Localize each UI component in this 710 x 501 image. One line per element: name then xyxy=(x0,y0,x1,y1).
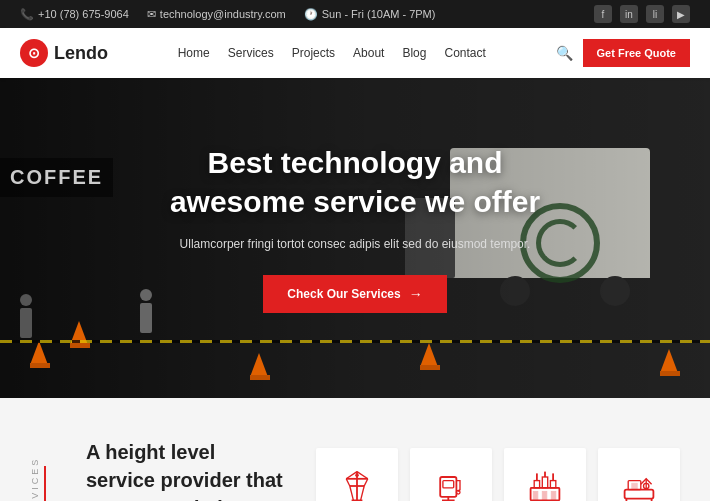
svg-rect-20 xyxy=(534,481,539,488)
svg-line-7 xyxy=(350,486,354,500)
cta-button-text: Check Our Services xyxy=(287,287,400,301)
services-label: SERVICES xyxy=(30,466,46,501)
svg-line-8 xyxy=(361,486,365,500)
svg-rect-32 xyxy=(632,483,637,489)
person-1 xyxy=(20,294,32,338)
machinery-icon xyxy=(621,468,657,501)
logo[interactable]: ⊙ Lendo xyxy=(20,39,108,67)
navbar: ⊙ Lendo Home Services Projects About Blo… xyxy=(0,28,710,78)
coffee-sign: COFFEE xyxy=(0,158,113,197)
services-cards: Power and Energ Power and Energ xyxy=(316,438,680,501)
nav-right: 🔍 Get Free Quote xyxy=(556,39,690,67)
clock-icon: 🕐 xyxy=(304,8,318,21)
traffic-cone-1 xyxy=(30,341,50,368)
email-info: ✉ technology@industry.com xyxy=(147,8,286,21)
logo-text: Lendo xyxy=(54,43,108,64)
svg-rect-27 xyxy=(625,490,654,499)
svg-rect-22 xyxy=(550,481,555,488)
svg-point-15 xyxy=(456,491,460,495)
hours-info: 🕐 Sun - Fri (10AM - 7PM) xyxy=(304,8,436,21)
traffic-cone-2 xyxy=(70,321,90,348)
traffic-cone-4 xyxy=(660,349,680,376)
social-links[interactable]: f in li ▶ xyxy=(594,5,690,23)
caution-tape xyxy=(0,340,710,343)
services-intro: A height level service provider that rec… xyxy=(86,438,286,501)
svg-point-10 xyxy=(355,473,359,477)
fuel-pump-icon xyxy=(433,468,469,501)
phone-info: 📞 +10 (78) 675-9064 xyxy=(20,8,129,21)
phone-icon: 📞 xyxy=(20,8,34,21)
hero-subtitle: Ullamcorper fringi tortot consec adipis … xyxy=(170,235,540,253)
nav-blog[interactable]: Blog xyxy=(402,46,426,60)
service-icon-3 xyxy=(525,466,565,501)
svg-rect-19 xyxy=(551,491,556,500)
svg-rect-25 xyxy=(544,472,546,477)
nav-home[interactable]: Home xyxy=(178,46,210,60)
top-bar: 📞 +10 (78) 675-9064 ✉ technology@industr… xyxy=(0,0,710,28)
nav-services[interactable]: Services xyxy=(228,46,274,60)
services-section: SERVICES A height level service provider… xyxy=(0,398,710,501)
nav-links: Home Services Projects About Blog Contac… xyxy=(178,46,486,60)
service-icon-1 xyxy=(337,466,377,501)
arrow-icon: → xyxy=(409,286,423,302)
service-card-2[interactable]: Power and Energ xyxy=(410,448,492,501)
service-card-3[interactable]: Power and Energ xyxy=(504,448,586,501)
cta-button[interactable]: Check Our Services → xyxy=(263,275,446,313)
traffic-cone-3 xyxy=(420,343,440,370)
instagram-icon[interactable]: in xyxy=(620,5,638,23)
nav-about[interactable]: About xyxy=(353,46,384,60)
service-icon-4 xyxy=(619,466,659,501)
get-quote-button[interactable]: Get Free Quote xyxy=(583,39,690,67)
svg-rect-17 xyxy=(533,491,538,500)
search-button[interactable]: 🔍 xyxy=(556,45,573,61)
svg-rect-21 xyxy=(542,477,547,488)
svg-rect-18 xyxy=(542,491,547,500)
facebook-icon[interactable]: f xyxy=(594,5,612,23)
email-icon: ✉ xyxy=(147,8,156,21)
youtube-icon[interactable]: ▶ xyxy=(672,5,690,23)
service-card-4[interactable]: Power and Energ xyxy=(598,448,680,501)
linkedin-icon[interactable]: li xyxy=(646,5,664,23)
hero-title: Best technology andawesome service we of… xyxy=(170,143,540,221)
svg-rect-24 xyxy=(536,473,538,480)
logo-icon: ⊙ xyxy=(20,39,48,67)
factory-icon xyxy=(527,468,563,501)
svg-rect-26 xyxy=(552,473,554,480)
nav-projects[interactable]: Projects xyxy=(292,46,335,60)
service-card-1[interactable]: Power and Energ xyxy=(316,448,398,501)
hero-content: Best technology andawesome service we of… xyxy=(110,143,600,313)
svg-rect-12 xyxy=(443,481,454,488)
svg-line-5 xyxy=(346,479,350,486)
svg-line-6 xyxy=(364,479,368,486)
services-intro-text: A height level service provider that rec… xyxy=(86,438,286,501)
hero-section: COFFEE Best technology andawesome servic… xyxy=(0,78,710,398)
service-icon-2 xyxy=(431,466,471,501)
top-bar-contacts: 📞 +10 (78) 675-9064 ✉ technology@industr… xyxy=(20,8,435,21)
nav-contact[interactable]: Contact xyxy=(444,46,485,60)
power-tower-icon xyxy=(339,468,375,501)
traffic-cone-5 xyxy=(250,353,270,380)
